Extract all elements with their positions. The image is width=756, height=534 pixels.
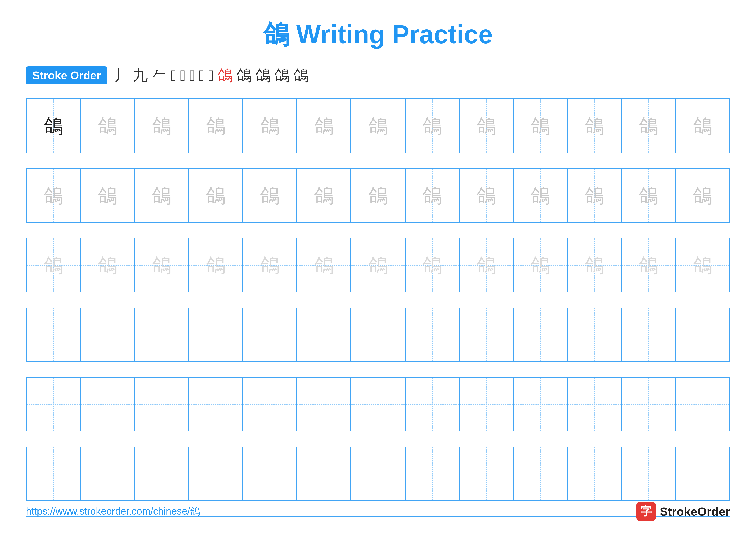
grid-cell-r3c5[interactable] bbox=[297, 308, 351, 362]
grid-cell-r2c11[interactable]: 鴿 bbox=[622, 238, 676, 292]
stroke-10: 鴿 bbox=[237, 65, 252, 86]
grid-cell-r0c11[interactable]: 鴿 bbox=[622, 99, 676, 153]
grid-cell-r4c9[interactable] bbox=[513, 377, 567, 431]
grid-cell-r4c12[interactable] bbox=[676, 377, 730, 431]
grid-cell-r0c8[interactable]: 鴿 bbox=[459, 99, 513, 153]
grid-cell-r2c10[interactable]: 鴿 bbox=[567, 238, 622, 292]
grid-cell-r4c0[interactable] bbox=[26, 377, 80, 431]
grid-cell-r2c6[interactable]: 鴿 bbox=[351, 238, 405, 292]
footer: https://www.strokeorder.com/chinese/鴿 字 … bbox=[26, 502, 730, 521]
stroke-2: 九 bbox=[133, 65, 148, 86]
grid-cell-r2c1[interactable]: 鴿 bbox=[80, 238, 134, 292]
stroke-1: 丿 bbox=[114, 65, 129, 86]
grid-cell-r4c8[interactable] bbox=[459, 377, 513, 431]
grid-cell-r5c10[interactable] bbox=[567, 447, 622, 501]
grid-cell-r4c1[interactable] bbox=[80, 377, 134, 431]
stroke-order-row: Stroke Order 丿 九 𠂉 𠂎 𠃌 𠃍 𠃏 𠃑 鴿 鴿 鴿 鴿 鴿 bbox=[26, 65, 730, 86]
stroke-order-badge: Stroke Order bbox=[26, 66, 107, 85]
grid-cell-r5c12[interactable] bbox=[676, 447, 730, 501]
grid-cell-r4c5[interactable] bbox=[297, 377, 351, 431]
footer-logo-text: StrokeOrder bbox=[660, 504, 730, 519]
grid-cell-r4c10[interactable] bbox=[567, 377, 622, 431]
grid-cell-r3c2[interactable] bbox=[134, 308, 189, 362]
footer-url[interactable]: https://www.strokeorder.com/chinese/鴿 bbox=[26, 505, 200, 518]
grid-cell-r4c6[interactable] bbox=[351, 377, 405, 431]
stroke-3: 𠂉 bbox=[152, 67, 167, 84]
grid-cell-r1c9[interactable]: 鴿 bbox=[513, 168, 567, 222]
footer-logo-icon: 字 bbox=[636, 502, 656, 521]
grid-cell-r1c0[interactable]: 鴿 bbox=[26, 168, 80, 222]
grid-cell-r3c3[interactable] bbox=[189, 308, 243, 362]
grid-cell-r3c12[interactable] bbox=[676, 308, 730, 362]
practice-grid: 鴿 鴿 鴿 鴿 鴿 鴿 鴿 鴿 鴿 鴿 鴿 鴿 鴿 鴿 鴿 鴿 鴿 鴿 鴿 鴿 … bbox=[26, 98, 730, 517]
grid-cell-r0c0[interactable]: 鴿 bbox=[26, 99, 80, 153]
grid-cell-r4c4[interactable] bbox=[243, 377, 297, 431]
grid-cell-r5c1[interactable] bbox=[80, 447, 134, 501]
stroke-9: 鴿 bbox=[218, 65, 233, 86]
stroke-7: 𠃏 bbox=[199, 67, 204, 84]
grid-cell-r5c0[interactable] bbox=[26, 447, 80, 501]
grid-cell-r0c5[interactable]: 鴿 bbox=[297, 99, 351, 153]
grid-cell-r3c11[interactable] bbox=[622, 308, 676, 362]
grid-cell-r1c11[interactable]: 鴿 bbox=[622, 168, 676, 222]
grid-cell-r5c2[interactable] bbox=[134, 447, 189, 501]
stroke-sequence: 丿 九 𠂉 𠂎 𠃌 𠃍 𠃏 𠃑 鴿 鴿 鴿 鴿 鴿 bbox=[114, 65, 309, 86]
stroke-5: 𠃌 bbox=[180, 67, 186, 84]
grid-cell-r5c8[interactable] bbox=[459, 447, 513, 501]
grid-cell-r0c12[interactable]: 鴿 bbox=[676, 99, 730, 153]
grid-cell-r1c12[interactable]: 鴿 bbox=[676, 168, 730, 222]
grid-cell-r4c11[interactable] bbox=[622, 377, 676, 431]
stroke-13: 鴿 bbox=[293, 65, 309, 86]
grid-cell-r2c12[interactable]: 鴿 bbox=[676, 238, 730, 292]
grid-cell-r2c2[interactable]: 鴿 bbox=[134, 238, 189, 292]
stroke-11: 鴿 bbox=[256, 65, 271, 86]
grid-cell-r3c0[interactable] bbox=[26, 308, 80, 362]
grid-cell-r0c9[interactable]: 鴿 bbox=[513, 99, 567, 153]
grid-cell-r3c9[interactable] bbox=[513, 308, 567, 362]
grid-cell-r5c5[interactable] bbox=[297, 447, 351, 501]
grid-cell-r2c3[interactable]: 鴿 bbox=[189, 238, 243, 292]
grid-cell-r3c7[interactable] bbox=[405, 308, 459, 362]
grid-cell-r2c4[interactable]: 鴿 bbox=[243, 238, 297, 292]
grid-cell-r0c10[interactable]: 鴿 bbox=[567, 99, 622, 153]
grid-cell-r5c11[interactable] bbox=[622, 447, 676, 501]
grid-cell-r3c6[interactable] bbox=[351, 308, 405, 362]
grid-cell-r1c6[interactable]: 鴿 bbox=[351, 168, 405, 222]
grid-cell-r4c7[interactable] bbox=[405, 377, 459, 431]
stroke-12: 鴿 bbox=[275, 65, 290, 86]
grid-cell-r5c7[interactable] bbox=[405, 447, 459, 501]
page: 鴿 Writing Practice Stroke Order 丿 九 𠂉 𠂎 … bbox=[0, 0, 756, 534]
grid-cell-r0c2[interactable]: 鴿 bbox=[134, 99, 189, 153]
grid-cell-r5c6[interactable] bbox=[351, 447, 405, 501]
grid-cell-r5c9[interactable] bbox=[513, 447, 567, 501]
grid-cell-r0c4[interactable]: 鴿 bbox=[243, 99, 297, 153]
grid-cell-r1c7[interactable]: 鴿 bbox=[405, 168, 459, 222]
grid-cell-r1c8[interactable]: 鴿 bbox=[459, 168, 513, 222]
grid-cell-r2c9[interactable]: 鴿 bbox=[513, 238, 567, 292]
grid-cell-r1c10[interactable]: 鴿 bbox=[567, 168, 622, 222]
grid-cell-r5c3[interactable] bbox=[189, 447, 243, 501]
grid-cell-r1c2[interactable]: 鴿 bbox=[134, 168, 189, 222]
grid-cell-r0c7[interactable]: 鴿 bbox=[405, 99, 459, 153]
grid-cell-r2c5[interactable]: 鴿 bbox=[297, 238, 351, 292]
grid-cell-r0c3[interactable]: 鴿 bbox=[189, 99, 243, 153]
grid-cell-r4c2[interactable] bbox=[134, 377, 189, 431]
stroke-4: 𠂎 bbox=[171, 67, 176, 84]
grid-cell-r2c0[interactable]: 鴿 bbox=[26, 238, 80, 292]
grid-cell-r1c3[interactable]: 鴿 bbox=[189, 168, 243, 222]
grid-cell-r2c8[interactable]: 鴿 bbox=[459, 238, 513, 292]
grid-cell-r4c3[interactable] bbox=[189, 377, 243, 431]
grid-cell-r3c1[interactable] bbox=[80, 308, 134, 362]
grid-cell-r5c4[interactable] bbox=[243, 447, 297, 501]
grid-cell-r1c5[interactable]: 鴿 bbox=[297, 168, 351, 222]
stroke-6: 𠃍 bbox=[189, 67, 195, 84]
grid-cell-r3c10[interactable] bbox=[567, 308, 622, 362]
grid-cell-r3c8[interactable] bbox=[459, 308, 513, 362]
grid-cell-r1c4[interactable]: 鴿 bbox=[243, 168, 297, 222]
grid-cell-r0c1[interactable]: 鴿 bbox=[80, 99, 134, 153]
stroke-8: 𠃑 bbox=[208, 67, 214, 84]
grid-cell-r2c7[interactable]: 鴿 bbox=[405, 238, 459, 292]
grid-cell-r3c4[interactable] bbox=[243, 308, 297, 362]
grid-cell-r0c6[interactable]: 鴿 bbox=[351, 99, 405, 153]
grid-cell-r1c1[interactable]: 鴿 bbox=[80, 168, 134, 222]
